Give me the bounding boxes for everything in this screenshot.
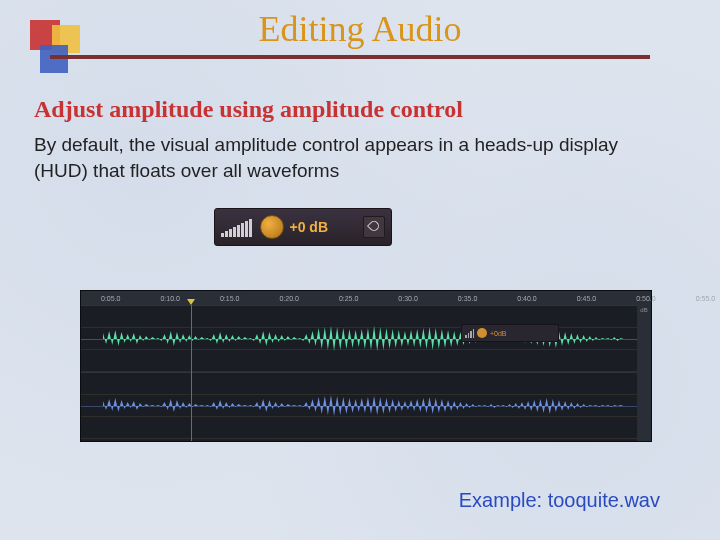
waveform-panel: 0:05.00:10.0 0:15.00:20.0 0:25.00:30.0 0… [80, 290, 652, 442]
timeline-ruler: 0:05.00:10.0 0:15.00:20.0 0:25.00:30.0 0… [81, 291, 651, 305]
section-heading: Adjust amplitude using amplitude control [34, 96, 463, 123]
title-underline [50, 55, 650, 59]
amplitude-value: +0 dB [290, 219, 364, 235]
db-scale: dB [637, 305, 651, 441]
body-text: By default, the visual amplitude control… [34, 132, 674, 183]
pin-icon [363, 216, 385, 238]
waveform-track-1: +0dB [81, 305, 651, 372]
example-label: Example: tooquite.wav [459, 489, 660, 512]
waveform-2 [103, 383, 637, 429]
mini-amplitude-hud: +0dB [461, 324, 559, 342]
playhead [191, 305, 192, 441]
volume-bars-icon [221, 217, 252, 237]
amplitude-knob-icon [260, 215, 284, 239]
waveform-track-2 [81, 372, 651, 439]
slide-title: Editing Audio [0, 8, 720, 50]
amplitude-hud: +0 dB [214, 208, 392, 246]
